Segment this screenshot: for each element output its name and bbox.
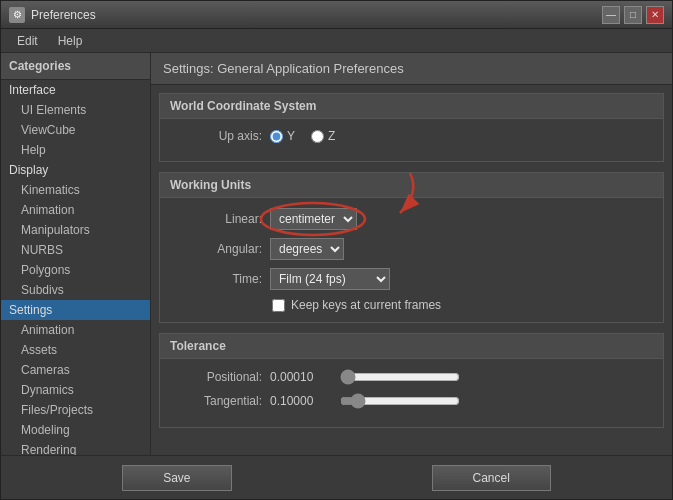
sidebar: Categories Interface UI Elements ViewCub… [1, 53, 151, 455]
panel-header: Settings: General Application Preference… [151, 53, 672, 85]
sidebar-item-dynamics[interactable]: Dynamics [1, 380, 150, 400]
menu-bar: Edit Help [1, 29, 672, 53]
preferences-window: ⚙ Preferences — □ ✕ Edit Help Categories… [0, 0, 673, 500]
time-label: Time: [172, 272, 262, 286]
sidebar-item-cameras[interactable]: Cameras [1, 360, 150, 380]
close-button[interactable]: ✕ [646, 6, 664, 24]
menu-help[interactable]: Help [48, 32, 93, 50]
linear-label: Linear: [172, 212, 262, 226]
maximize-button[interactable]: □ [624, 6, 642, 24]
cancel-button[interactable]: Cancel [432, 465, 551, 491]
angular-row: Angular: degrees radians [172, 238, 651, 260]
z-axis-option[interactable]: Z [311, 129, 335, 143]
working-units-header: Working Units [160, 173, 663, 198]
sidebar-item-kinematics[interactable]: Kinematics [1, 180, 150, 200]
sidebar-item-subdivs[interactable]: Subdivs [1, 280, 150, 300]
tangential-value: 0.10000 [270, 394, 340, 408]
z-axis-label: Z [328, 129, 335, 143]
z-axis-radio[interactable] [311, 130, 324, 143]
sidebar-header: Categories [1, 53, 150, 80]
world-coord-section: World Coordinate System Up axis: Y [159, 93, 664, 162]
sidebar-item-ui-elements[interactable]: UI Elements [1, 100, 150, 120]
keep-keys-checkbox[interactable] [272, 299, 285, 312]
sidebar-item-rendering[interactable]: Rendering [1, 440, 150, 455]
y-axis-label: Y [287, 129, 295, 143]
save-button[interactable]: Save [122, 465, 231, 491]
sidebar-item-nurbs[interactable]: NURBS [1, 240, 150, 260]
positional-slider[interactable] [340, 369, 460, 385]
keep-keys-row: Keep keys at current frames [272, 298, 651, 312]
sidebar-item-viewcube[interactable]: ViewCube [1, 120, 150, 140]
menu-edit[interactable]: Edit [7, 32, 48, 50]
sidebar-item-assets[interactable]: Assets [1, 340, 150, 360]
minimize-button[interactable]: — [602, 6, 620, 24]
positional-value: 0.00010 [270, 370, 340, 384]
sidebar-scroll[interactable]: Interface UI Elements ViewCube Help Disp… [1, 80, 150, 455]
world-coord-header: World Coordinate System [160, 94, 663, 119]
angular-label: Angular: [172, 242, 262, 256]
angular-select[interactable]: degrees radians [270, 238, 344, 260]
sidebar-item-polygons[interactable]: Polygons [1, 260, 150, 280]
time-select[interactable]: Film (24 fps) Game (15 fps) PAL (25 fps)… [270, 268, 390, 290]
tolerance-body: Positional: 0.00010 Tangential: 0.10000 [160, 359, 663, 427]
positional-label: Positional: [172, 370, 262, 384]
sidebar-item-animation-display[interactable]: Animation [1, 200, 150, 220]
panel-body: World Coordinate System Up axis: Y [151, 85, 672, 455]
main-content: Categories Interface UI Elements ViewCub… [1, 53, 672, 455]
keep-keys-label: Keep keys at current frames [291, 298, 441, 312]
sidebar-item-manipulators[interactable]: Manipulators [1, 220, 150, 240]
window-title: Preferences [31, 8, 602, 22]
tangential-label: Tangential: [172, 394, 262, 408]
sidebar-item-interface[interactable]: Interface [1, 80, 150, 100]
up-axis-radio-group: Y Z [270, 129, 335, 143]
sidebar-item-modeling[interactable]: Modeling [1, 420, 150, 440]
up-axis-label: Up axis: [172, 129, 262, 143]
tangential-slider[interactable] [340, 393, 460, 409]
sidebar-item-settings[interactable]: Settings [1, 300, 150, 320]
time-row: Time: Film (24 fps) Game (15 fps) PAL (2… [172, 268, 651, 290]
footer: Save Cancel [1, 455, 672, 499]
sidebar-item-display[interactable]: Display [1, 160, 150, 180]
positional-row: Positional: 0.00010 [172, 369, 651, 385]
y-axis-option[interactable]: Y [270, 129, 295, 143]
title-controls: — □ ✕ [602, 6, 664, 24]
up-axis-row: Up axis: Y Z [172, 129, 651, 143]
sidebar-item-help[interactable]: Help [1, 140, 150, 160]
working-units-body: Linear: centimeter millimeter meter inch… [160, 198, 663, 322]
right-panel: Settings: General Application Preference… [151, 53, 672, 455]
y-axis-radio[interactable] [270, 130, 283, 143]
tolerance-section: Tolerance Positional: 0.00010 Tangential… [159, 333, 664, 428]
sidebar-item-files-projects[interactable]: Files/Projects [1, 400, 150, 420]
world-coord-body: Up axis: Y Z [160, 119, 663, 161]
tangential-row: Tangential: 0.10000 [172, 393, 651, 409]
window-icon: ⚙ [9, 7, 25, 23]
tolerance-header: Tolerance [160, 334, 663, 359]
linear-select[interactable]: centimeter millimeter meter inch foot [270, 208, 357, 230]
linear-row: Linear: centimeter millimeter meter inch… [172, 208, 651, 230]
title-bar: ⚙ Preferences — □ ✕ [1, 1, 672, 29]
working-units-section: Working Units [159, 172, 664, 323]
sidebar-item-animation-settings[interactable]: Animation [1, 320, 150, 340]
